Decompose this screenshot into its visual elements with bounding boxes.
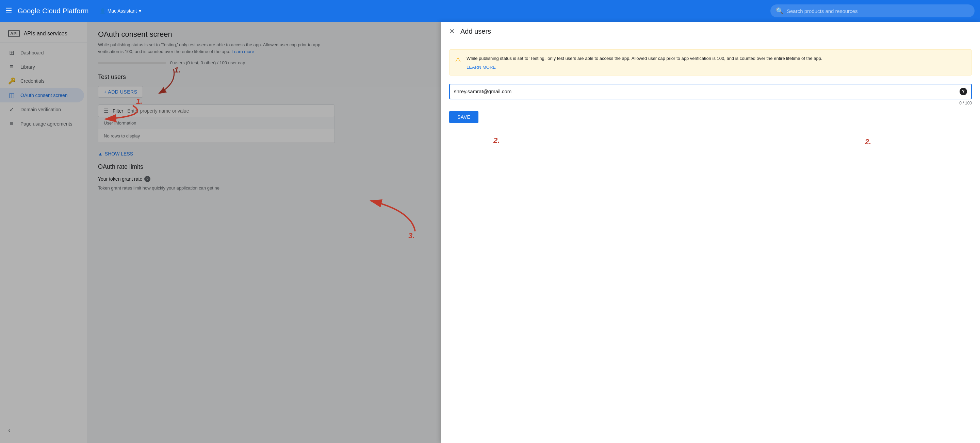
topbar: ☰ Google Cloud Platform 👤 Mac Assistant … [0, 0, 980, 22]
add-users-panel: ✕ Add users ⚠ While publishing status is… [441, 22, 980, 443]
email-help-icon[interactable]: ? [959, 88, 967, 95]
overlay-learn-more-link[interactable]: LEARN MORE [466, 65, 822, 70]
search-bar[interactable]: 🔍 [770, 5, 975, 17]
project-name: Mac Assistant [108, 8, 137, 14]
warning-icon: ⚠ [455, 56, 461, 70]
save-button[interactable]: SAVE [449, 111, 479, 123]
menu-icon[interactable]: ☰ [5, 6, 12, 15]
annotation-2: 2. [865, 137, 871, 146]
overlay-body: ⚠ While publishing status is set to 'Tes… [441, 41, 980, 443]
project-selector[interactable]: 👤 Mac Assistant ▾ [97, 6, 144, 16]
warning-content: While publishing status is set to 'Testi… [466, 55, 822, 70]
email-input-container[interactable]: ? [449, 84, 972, 99]
warning-text: While publishing status is set to 'Testi… [466, 55, 822, 62]
email-input[interactable] [454, 89, 959, 94]
topbar-logo: Google Cloud Platform [18, 7, 89, 15]
search-icon: 🔍 [776, 7, 783, 14]
overlay-header: ✕ Add users [441, 22, 980, 41]
project-icon: 👤 [100, 8, 105, 14]
search-input[interactable] [787, 8, 969, 14]
dropdown-icon: ▾ [139, 8, 141, 14]
overlay-title: Add users [460, 27, 491, 35]
char-count: 0 / 100 [449, 101, 972, 105]
overlay-close-button[interactable]: ✕ [449, 27, 455, 35]
warning-box: ⚠ While publishing status is set to 'Tes… [449, 49, 972, 76]
